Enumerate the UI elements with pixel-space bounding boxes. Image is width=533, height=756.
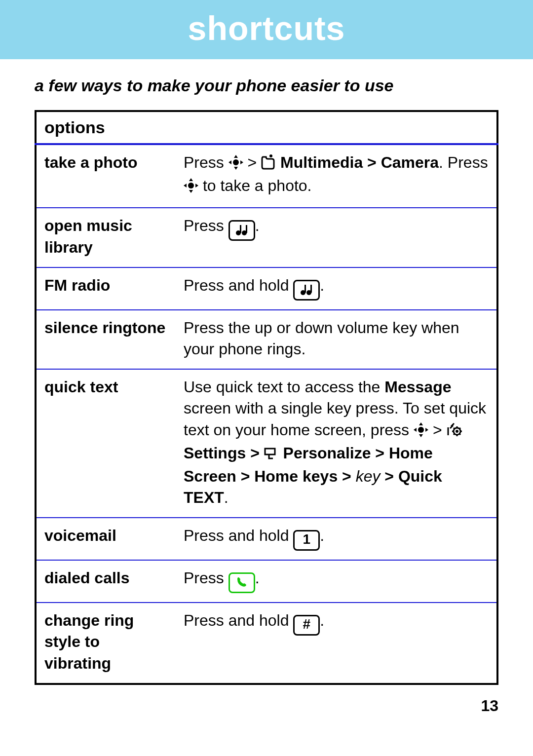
svg-marker-21 [419,434,423,437]
table-row: change ring style to vibrating Press and… [36,603,497,684]
page-header: shortcuts [0,0,533,59]
row-desc: Press and hold 1. [176,518,497,560]
nav-key-icon [414,421,428,443]
row-desc: Use quick text to access the Message scr… [176,369,497,518]
svg-point-6 [188,183,194,189]
table-row: open music library Press . [36,208,497,267]
svg-marker-3 [228,160,231,164]
svg-marker-9 [184,184,187,188]
table-row: dialed calls Press . [36,560,497,603]
svg-rect-18 [310,285,312,293]
svg-marker-20 [419,422,423,425]
table-row: silence ringtone Press the up or down vo… [36,310,497,369]
row-label: quick text [36,369,176,518]
one-key-icon: 1 [293,530,320,551]
row-desc: Press and hold #. [176,603,497,684]
row-desc: Press and hold . [176,267,497,310]
music-key-icon [293,280,320,301]
row-label: voicemail [36,518,176,560]
svg-rect-14 [246,225,247,233]
nav-key-icon [228,154,243,175]
table-header-row: options [36,111,497,144]
svg-point-0 [233,159,239,165]
nav-key-icon [184,177,198,198]
row-label: silence ringtone [36,310,176,369]
row-desc: Press > Multimedia > Camera. Press to ta… [176,144,497,208]
options-table: options take a photo Press > Multimedia … [35,110,498,685]
personalize-icon [264,445,279,466]
svg-point-25 [456,430,458,433]
table-header: options [36,111,497,144]
music-key-icon [228,220,255,241]
table-row: FM radio Press and hold . [36,267,497,310]
multimedia-icon [261,154,276,175]
table-row: take a photo Press > Multimedia > Camera… [36,144,497,208]
svg-rect-12 [240,225,241,233]
page-subtitle: a few ways to make your phone easier to … [35,76,498,95]
call-key-icon [228,572,255,593]
svg-marker-23 [425,428,428,432]
svg-point-5 [269,154,272,157]
table-row: quick text Use quick text to access the … [36,369,497,518]
svg-marker-4 [240,160,243,164]
svg-marker-8 [189,190,193,193]
row-desc: Press . [176,560,497,603]
settings-icon [446,421,462,443]
page-title: shortcuts [0,9,533,47]
svg-marker-22 [414,428,417,432]
svg-marker-1 [234,155,238,158]
row-label: dialed calls [36,560,176,603]
svg-marker-7 [189,178,193,181]
row-desc: Press . [176,208,497,267]
table-row: voicemail Press and hold 1. [36,518,497,560]
row-label: take a photo [36,144,176,208]
hash-key-icon: # [293,615,320,636]
row-label: FM radio [36,267,176,310]
svg-marker-2 [234,167,238,170]
svg-rect-16 [305,285,306,293]
page-number: 13 [0,697,498,715]
svg-point-19 [418,427,424,433]
row-label: open music library [36,208,176,267]
row-desc: Press the up or down volume key when you… [176,310,497,369]
row-label: change ring style to vibrating [36,603,176,684]
svg-marker-10 [195,184,198,188]
